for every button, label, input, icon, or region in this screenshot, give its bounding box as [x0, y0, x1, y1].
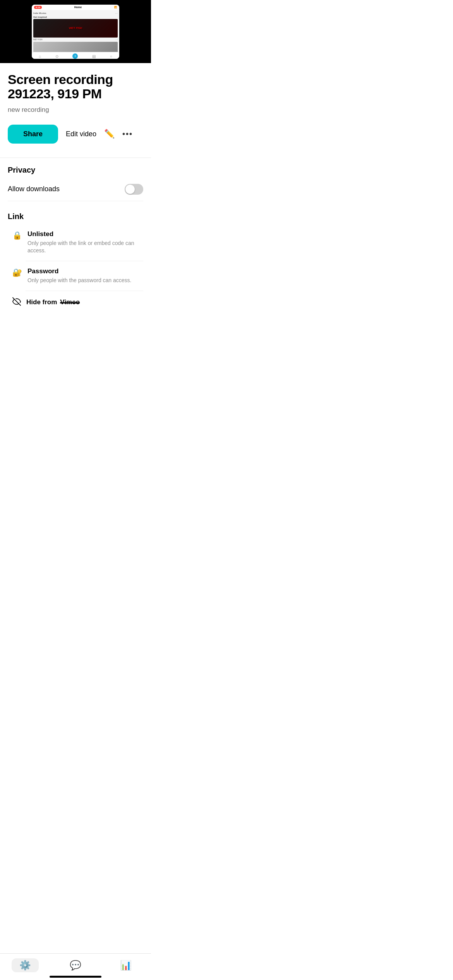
actions-row: Share Edit video ✏️ ••• — [8, 125, 143, 144]
share-button[interactable]: Share — [8, 125, 58, 144]
phone-status-bar: 9:19 Home 📶 — [32, 5, 119, 10]
recording-badge: 9:19 — [34, 6, 42, 9]
phone-add-icon: + — [72, 53, 78, 59]
link-section: Link 🔒 Unlisted Only people with the lin… — [8, 201, 143, 314]
wet-fish-thumb: WET FISH — [33, 19, 118, 38]
allow-downloads-label: Allow downloads — [8, 185, 60, 193]
bike-thumb — [33, 42, 118, 52]
phone-library-icon: ▤ — [92, 54, 96, 58]
password-content: Password Only people with the password c… — [27, 267, 140, 284]
hide-from-title: Hide from Vimeo — [26, 298, 140, 306]
hide-from-row[interactable]: Hide from Vimeo — [8, 291, 143, 314]
hide-from-content: Hide from Vimeo — [26, 298, 140, 306]
unlisted-desc: Only people with the link or embed code … — [27, 240, 140, 255]
phone-nav-label: Home — [74, 6, 82, 9]
wet-fish-row-label: WET FISH — [33, 38, 43, 41]
unlisted-title: Unlisted — [27, 230, 140, 238]
phone-mockup: 9:19 Home 📶 Indie Movies ··· Get inspire… — [32, 5, 119, 59]
privacy-title: Privacy — [8, 158, 143, 178]
unlisted-content: Unlisted Only people with the link or em… — [27, 230, 140, 255]
phone-content: Indie Movies ··· Get inspired WET FISH W… — [32, 10, 119, 52]
main-content: Screen recording 291223, 919 PM new reco… — [0, 63, 151, 353]
privacy-section: Privacy Allow downloads — [8, 158, 143, 201]
password-lock-icon: 🔐 — [12, 268, 22, 277]
allow-downloads-toggle[interactable] — [125, 184, 143, 195]
wet-fish-more: ··· — [115, 38, 118, 41]
pencil-icon: ✏️ — [104, 129, 115, 139]
get-inspired-label: Get inspired — [33, 16, 118, 18]
hide-from-label: Hide from — [26, 298, 57, 306]
phone-home-icon: ⌂ — [39, 54, 41, 58]
wet-fish-text: WET FISH — [69, 26, 82, 30]
more-options-button[interactable]: ••• — [122, 130, 133, 139]
edit-icon-button[interactable]: ✏️ — [104, 129, 115, 139]
link-title: Link — [8, 204, 143, 224]
phone-profile-icon: ○ — [110, 54, 112, 58]
more-dots: ··· — [115, 12, 118, 15]
video-title: Screen recording 291223, 919 PM — [8, 72, 143, 101]
phone-bottom-nav: ⌂ ⊙ + ▤ ○ — [32, 52, 119, 59]
allow-downloads-row: Allow downloads — [8, 178, 143, 201]
vimeo-platform-label: Vimeo — [60, 298, 80, 306]
edit-video-button[interactable]: Edit video — [66, 130, 96, 138]
indie-movies-label: Indie Movies — [33, 12, 46, 14]
video-preview-area: 9:19 Home 📶 Indie Movies ··· Get inspire… — [0, 0, 151, 63]
password-option[interactable]: 🔐 Password Only people with the password… — [8, 261, 143, 291]
video-subtitle: new recording — [8, 106, 143, 114]
password-title: Password — [27, 267, 140, 275]
phone-search-icon: ⊙ — [55, 54, 58, 58]
lock-icon: 🔒 — [12, 231, 22, 240]
password-desc: Only people with the password can access… — [27, 277, 140, 284]
hide-icon — [12, 297, 21, 308]
more-dots-icon: ••• — [122, 130, 133, 139]
unlisted-option[interactable]: 🔒 Unlisted Only people with the link or … — [8, 224, 143, 261]
signal-icons: 📶 — [114, 6, 117, 9]
